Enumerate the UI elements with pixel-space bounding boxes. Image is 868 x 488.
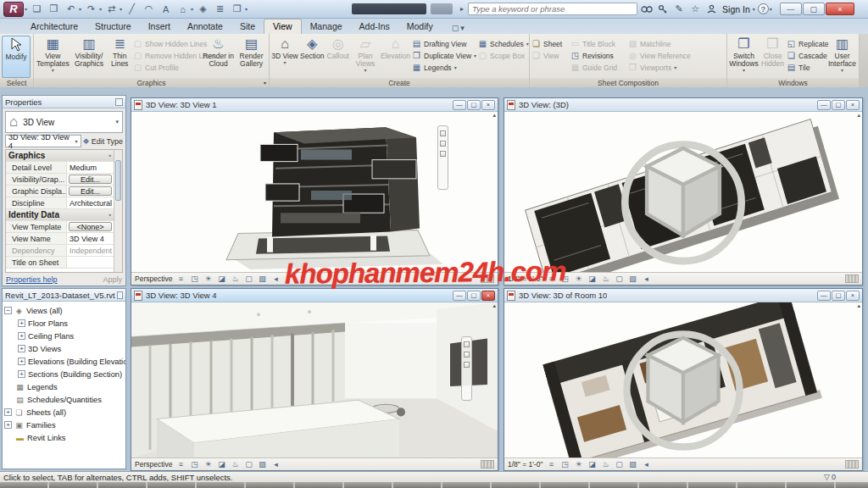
shadows-icon[interactable]: ◪ bbox=[216, 274, 226, 283]
viewport-canvas[interactable]: ▴ bbox=[504, 112, 862, 272]
discipline-value[interactable]: Architectural bbox=[67, 197, 114, 208]
tree-item-3d-views[interactable]: +3D Views bbox=[4, 342, 124, 355]
show-crop-icon[interactable]: ▧ bbox=[257, 460, 267, 469]
app-minimize-button[interactable]: — bbox=[780, 3, 802, 15]
shadows-icon[interactable]: ◪ bbox=[587, 460, 597, 469]
tab-view[interactable]: View bbox=[264, 19, 302, 34]
tree-item-families[interactable]: +▣Families bbox=[4, 419, 124, 431]
tree-item-sections[interactable]: +Sections (Building Section) bbox=[4, 368, 124, 380]
subscription-key-icon[interactable] bbox=[656, 3, 670, 16]
default-3d-view-icon[interactable]: ⌂ bbox=[175, 3, 190, 16]
viewport-3d-view-4[interactable]: 3D View: 3D View 4 — ▢ × bbox=[131, 288, 498, 471]
panel-graphics-label[interactable]: Graphics▾ bbox=[34, 78, 270, 87]
rendering-dialog-icon[interactable]: ♨ bbox=[600, 274, 610, 283]
expand-icon[interactable]: + bbox=[18, 358, 25, 365]
revit-logo-button[interactable]: R bbox=[3, 2, 24, 17]
show-crop-icon[interactable]: ▧ bbox=[627, 274, 637, 283]
viewport-minimize-button[interactable]: — bbox=[817, 100, 831, 110]
text-icon[interactable]: A bbox=[159, 3, 173, 16]
view-templates-button[interactable]: ▦ View Templates ▾ bbox=[36, 36, 70, 78]
tab-modify[interactable]: Modify bbox=[398, 19, 442, 34]
viewport-minimize-button[interactable]: — bbox=[817, 291, 831, 301]
instance-selector[interactable]: 3D View: 3D View 4 ▾ bbox=[5, 135, 81, 147]
app-menu-caret-icon[interactable]: ▾ bbox=[25, 6, 27, 12]
scroll-grip[interactable] bbox=[481, 460, 494, 469]
switch-windows-button[interactable]: ❐ Switch Windows ▾ bbox=[729, 36, 759, 78]
guide-grid-button[interactable]: ▦Guide Grid bbox=[570, 62, 626, 73]
tab-addins[interactable]: Add-Ins bbox=[351, 19, 398, 34]
switch-windows-icon[interactable]: ❐ bbox=[230, 3, 244, 16]
collapse-icon[interactable]: − bbox=[4, 307, 12, 314]
render-in-cloud-button[interactable]: ♨ Render in Cloud bbox=[203, 36, 234, 78]
crop-view-icon[interactable]: ▢ bbox=[243, 274, 253, 283]
viewport-maximize-button[interactable]: ▢ bbox=[832, 100, 845, 110]
project-browser-close-icon[interactable] bbox=[117, 291, 123, 299]
3d-view-button[interactable]: ⌂ 3D View ▾ bbox=[271, 36, 298, 78]
tree-item-revit-links[interactable]: ▬Revit Links bbox=[4, 431, 124, 444]
tree-item-schedules[interactable]: ▤Schedules/Quantities bbox=[4, 393, 124, 406]
scroll-grip[interactable] bbox=[845, 460, 859, 469]
drafting-view-button[interactable]: ▤Drafting View bbox=[412, 38, 476, 49]
sun-path-icon[interactable]: ☀ bbox=[203, 460, 213, 469]
show-crop-icon[interactable]: ▧ bbox=[627, 460, 637, 469]
expand-icon[interactable]: + bbox=[4, 408, 12, 416]
rendering-dialog-icon[interactable]: ♨ bbox=[230, 274, 240, 283]
properties-close-icon[interactable] bbox=[115, 98, 123, 106]
crop-view-icon[interactable]: ▢ bbox=[243, 460, 253, 469]
qat-customize-caret-icon[interactable]: ▾ bbox=[245, 6, 248, 12]
navigation-bar[interactable] bbox=[461, 336, 472, 401]
legends-button[interactable]: ▦Legends▾ bbox=[412, 62, 476, 73]
help-caret-icon[interactable]: ▾ bbox=[770, 6, 772, 12]
tab-manage[interactable]: Manage bbox=[302, 19, 351, 34]
viewport-maximize-button[interactable]: ▢ bbox=[832, 291, 845, 301]
graphic-display-edit-button[interactable]: Edit... bbox=[69, 186, 112, 196]
section-icon[interactable]: ◈ bbox=[196, 3, 210, 16]
sheet-button[interactable]: ❏Sheet bbox=[531, 38, 569, 49]
scale-label[interactable]: 1/8" = 1'-0" bbox=[508, 274, 542, 283]
search-input[interactable] bbox=[468, 3, 637, 15]
section-header-graphics[interactable]: Graphics▪ bbox=[6, 150, 114, 162]
visual-style-icon[interactable]: ◳ bbox=[559, 460, 570, 469]
rendering-dialog-icon[interactable]: ♨ bbox=[230, 460, 240, 469]
section-button[interactable]: ◈ Section bbox=[300, 36, 324, 78]
thin-lines-icon[interactable]: ≣ bbox=[213, 3, 227, 16]
viewports-button[interactable]: ❒Viewports▾ bbox=[628, 62, 701, 73]
expand-icon[interactable]: + bbox=[18, 319, 25, 327]
viewport-3d-of-room-10[interactable]: 3D View: 3D of Room 10 — ▢ × bbox=[504, 288, 863, 471]
duplicate-view-button[interactable]: ❐Duplicate View▾ bbox=[412, 50, 476, 61]
help-icon[interactable]: ? bbox=[758, 3, 769, 14]
callout-button[interactable]: ◎ Callout bbox=[326, 36, 350, 78]
plan-views-button[interactable]: ▱ Plan Views ▾ bbox=[352, 36, 379, 78]
sun-path-icon[interactable]: ☀ bbox=[573, 460, 583, 469]
viewport-close-button[interactable]: × bbox=[846, 291, 860, 301]
cascade-button[interactable]: ❏Cascade bbox=[787, 50, 826, 61]
project-browser-header[interactable]: Revit_LT_2013-Dataset_V5.rvt - Proje... bbox=[3, 289, 125, 302]
user-icon[interactable] bbox=[704, 3, 718, 16]
visual-style-icon[interactable]: ◳ bbox=[189, 274, 199, 283]
expand-control-icon[interactable]: ◂ bbox=[641, 460, 651, 469]
viewport-minimize-button[interactable]: — bbox=[453, 291, 466, 301]
modify-button[interactable]: Modify bbox=[2, 36, 31, 78]
app-close-button[interactable]: × bbox=[826, 3, 854, 15]
tab-insert[interactable]: Insert bbox=[140, 19, 179, 34]
view-template-button[interactable]: <None> bbox=[69, 222, 112, 231]
render-gallery-button[interactable]: ▤ Render Gallery bbox=[236, 36, 267, 78]
viewport-canvas[interactable]: ▴ bbox=[131, 302, 498, 458]
properties-header[interactable]: Properties bbox=[3, 96, 125, 108]
scope-box-button[interactable]: ▢Scope Box bbox=[478, 50, 527, 61]
expand-control-icon[interactable]: ◂ bbox=[270, 274, 281, 283]
tree-item-legends[interactable]: ▦Legends bbox=[4, 380, 124, 393]
replicate-button[interactable]: ◱Replicate bbox=[787, 38, 826, 49]
remove-hidden-lines-button[interactable]: ▢Remove Hidden Lines bbox=[133, 50, 201, 61]
scale-label[interactable]: Perspective bbox=[135, 460, 172, 469]
shadows-icon[interactable]: ◪ bbox=[587, 274, 597, 283]
expand-icon[interactable]: + bbox=[18, 370, 25, 378]
undo-caret-icon[interactable]: ▾ bbox=[79, 6, 81, 12]
viewport-canvas[interactable]: ▴ bbox=[131, 112, 498, 272]
close-hidden-button[interactable]: ❐ Close Hidden bbox=[760, 36, 785, 78]
tab-site[interactable]: Site bbox=[231, 19, 264, 34]
filter-icon[interactable]: ▽ bbox=[824, 473, 830, 481]
detail-level-icon[interactable]: ≡ bbox=[546, 274, 556, 283]
visual-style-icon[interactable]: ◳ bbox=[559, 274, 570, 283]
scale-label[interactable]: 1/8" = 1'-0" bbox=[508, 460, 542, 469]
